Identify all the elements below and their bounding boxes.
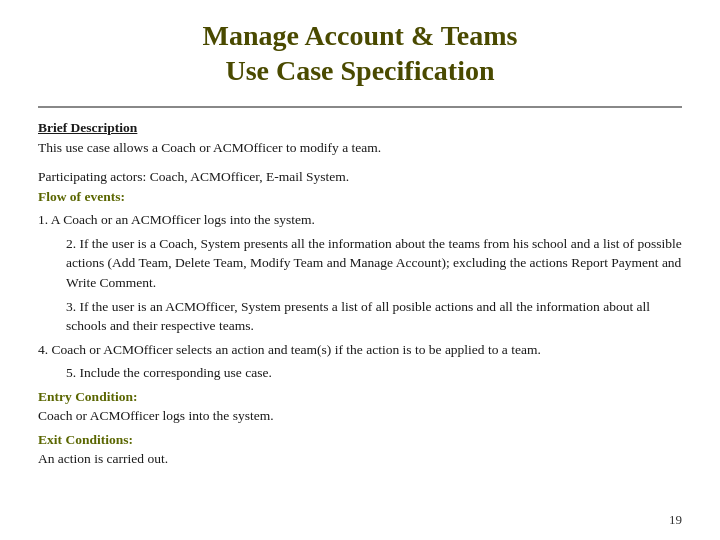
page-title: Manage Account & Teams Use Case Specific… (38, 18, 682, 88)
participating-actors-block: Participating actors: Coach, ACMOfficer,… (38, 167, 682, 206)
event4-text: 4. Coach or ACMOfficer selects an action… (38, 342, 541, 357)
brief-description-text: This use case allows a Coach or ACMOffic… (38, 140, 381, 155)
flow-of-events-label: Flow of events: (38, 189, 125, 204)
event3-block: 3. If the user is an ACMOfficer, System … (66, 297, 682, 336)
title-section: Manage Account & Teams Use Case Specific… (38, 18, 682, 88)
exit-conditions-text: An action is carried out. (38, 451, 168, 466)
event2-text: 2. If the user is a Coach, System presen… (66, 236, 682, 290)
exit-conditions-block: Exit Conditions: An action is carried ou… (38, 430, 682, 469)
title-divider (38, 106, 682, 108)
title-line2: Use Case Specification (225, 55, 494, 86)
page-number: 19 (669, 512, 682, 528)
event5-block: 5. Include the corresponding use case. (66, 363, 682, 383)
brief-description-block: Brief Description This use case allows a… (38, 118, 682, 157)
event1-text: 1. A Coach or an ACMOfficer logs into th… (38, 212, 315, 227)
event2-block: 2. If the user is a Coach, System presen… (66, 234, 682, 293)
exit-conditions-label: Exit Conditions: (38, 432, 133, 447)
event4-block: 4. Coach or ACMOfficer selects an action… (38, 340, 682, 360)
brief-description-label: Brief Description (38, 120, 137, 135)
content-section: Brief Description This use case allows a… (38, 118, 682, 522)
event3-text: 3. If the user is an ACMOfficer, System … (66, 299, 650, 334)
event1-block: 1. A Coach or an ACMOfficer logs into th… (38, 210, 682, 230)
participating-actors-text: Participating actors: Coach, ACMOfficer,… (38, 169, 349, 184)
entry-condition-text: Coach or ACMOfficer logs into the system… (38, 408, 274, 423)
entry-condition-block: Entry Condition: Coach or ACMOfficer log… (38, 387, 682, 426)
entry-condition-label: Entry Condition: (38, 389, 137, 404)
page-container: Manage Account & Teams Use Case Specific… (0, 0, 720, 540)
event5-text: 5. Include the corresponding use case. (66, 365, 272, 380)
title-line1: Manage Account & Teams (203, 20, 518, 51)
